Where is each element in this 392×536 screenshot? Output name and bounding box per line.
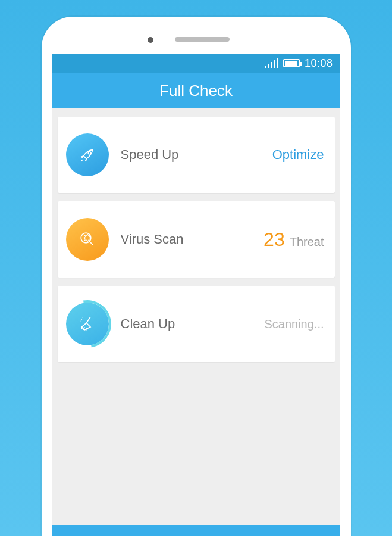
repair-all-button[interactable]: Repair All xyxy=(52,525,340,536)
threat-number: 23 xyxy=(264,229,285,251)
threat-count: 23 Threat xyxy=(264,229,324,251)
signal-icon xyxy=(265,58,278,68)
camera-dot xyxy=(148,37,153,43)
phone-frame: 10:08 Full Check Speed Up Optimize xyxy=(42,17,351,536)
svg-point-1 xyxy=(81,233,91,243)
phone-bezel-top xyxy=(42,17,351,54)
card-title: Clean Up xyxy=(121,316,265,332)
app-header: Full Check xyxy=(52,73,340,108)
optimize-link[interactable]: Optimize xyxy=(272,147,324,163)
rocket-icon xyxy=(66,133,109,176)
speaker-slot xyxy=(175,37,230,42)
threat-label: Threat xyxy=(290,235,324,249)
card-virus-scan[interactable]: Virus Scan 23 Threat xyxy=(58,201,335,278)
status-bar: 10:08 xyxy=(52,54,340,73)
battery-icon xyxy=(283,59,300,67)
svg-point-0 xyxy=(88,152,90,154)
scan-icon xyxy=(66,218,109,261)
scanning-status: Scanning... xyxy=(264,317,324,331)
page-title: Full Check xyxy=(159,82,233,100)
screen: 10:08 Full Check Speed Up Optimize xyxy=(52,54,340,536)
card-speedup[interactable]: Speed Up Optimize xyxy=(58,117,335,193)
content: Speed Up Optimize Virus Scan 23 Threat xyxy=(52,108,340,362)
card-title: Virus Scan xyxy=(121,232,264,247)
card-title: Speed Up xyxy=(121,147,272,163)
clock: 10:08 xyxy=(305,57,333,70)
card-cleanup[interactable]: Clean Up Scanning... xyxy=(58,286,335,362)
broom-icon xyxy=(66,303,109,345)
